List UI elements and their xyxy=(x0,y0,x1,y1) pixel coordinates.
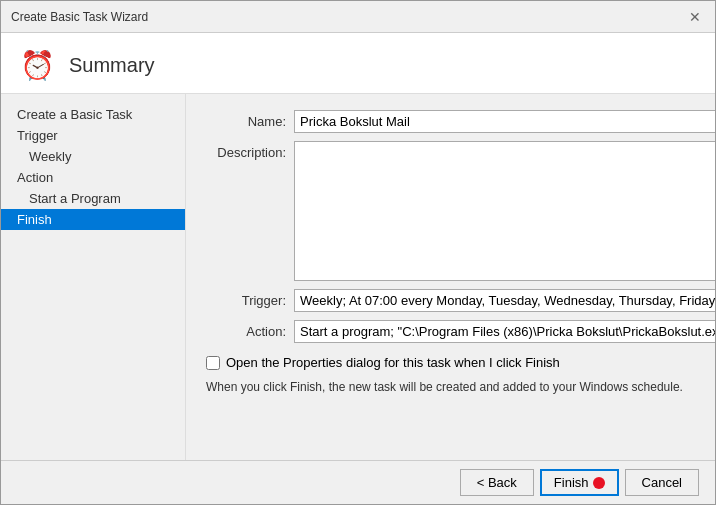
footer: < Back Finish Cancel xyxy=(1,460,715,504)
header-section: ⏰ Summary xyxy=(1,33,715,94)
trigger-value: Weekly; At 07:00 every Monday, Tuesday, … xyxy=(294,289,715,312)
finish-dot-icon xyxy=(593,477,605,489)
finish-label: Finish xyxy=(554,475,589,490)
trigger-row: Trigger: Weekly; At 07:00 every Monday, … xyxy=(206,289,715,312)
sidebar-item-start-program[interactable]: Start a Program xyxy=(1,188,185,209)
main-content: Name: Description: Trigger: Weekly; At 0… xyxy=(186,94,715,460)
header-icon: ⏰ xyxy=(17,45,57,85)
content-area: Create a Basic Task Trigger Weekly Actio… xyxy=(1,94,715,460)
back-button[interactable]: < Back xyxy=(460,469,534,496)
sidebar-item-create-basic-task[interactable]: Create a Basic Task xyxy=(1,104,185,125)
sidebar-item-trigger[interactable]: Trigger xyxy=(1,125,185,146)
checkbox-row: Open the Properties dialog for this task… xyxy=(206,355,715,370)
name-label: Name: xyxy=(206,110,286,129)
title-bar: Create Basic Task Wizard ✕ xyxy=(1,1,715,33)
header-title: Summary xyxy=(69,54,155,77)
close-button[interactable]: ✕ xyxy=(685,7,705,27)
info-text: When you click Finish, the new task will… xyxy=(206,380,715,394)
sidebar-item-action[interactable]: Action xyxy=(1,167,185,188)
dialog-title: Create Basic Task Wizard xyxy=(11,10,148,24)
action-label: Action: xyxy=(206,320,286,339)
dialog-window: Create Basic Task Wizard ✕ ⏰ Summary Cre… xyxy=(0,0,716,505)
sidebar: Create a Basic Task Trigger Weekly Actio… xyxy=(1,94,186,460)
description-label: Description: xyxy=(206,141,286,160)
cancel-button[interactable]: Cancel xyxy=(625,469,699,496)
description-row: Description: xyxy=(206,141,715,281)
action-row: Action: Start a program; "C:\Program Fil… xyxy=(206,320,715,343)
action-value: Start a program; "C:\Program Files (x86)… xyxy=(294,320,715,343)
sidebar-item-weekly[interactable]: Weekly xyxy=(1,146,185,167)
name-row: Name: xyxy=(206,110,715,133)
open-properties-checkbox[interactable] xyxy=(206,356,220,370)
trigger-label: Trigger: xyxy=(206,289,286,308)
description-input[interactable] xyxy=(294,141,715,281)
sidebar-item-finish[interactable]: Finish xyxy=(1,209,185,230)
checkbox-label: Open the Properties dialog for this task… xyxy=(226,355,560,370)
finish-button[interactable]: Finish xyxy=(540,469,619,496)
name-input[interactable] xyxy=(294,110,715,133)
